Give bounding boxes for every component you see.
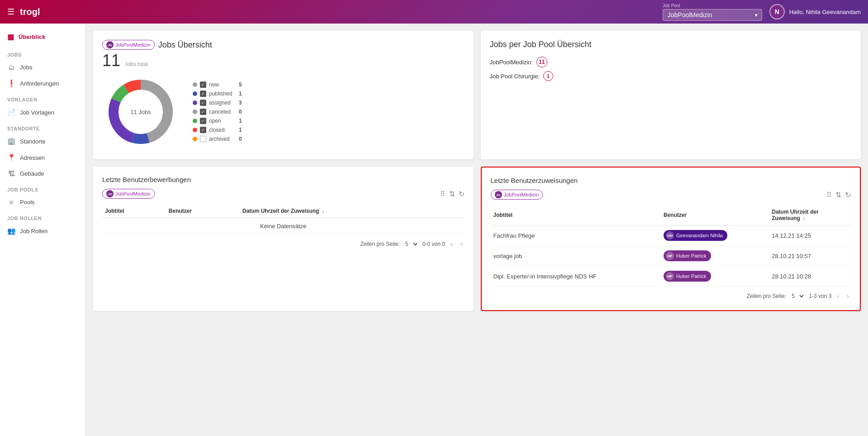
section-label-job-rollen: JOB ROLLEN bbox=[0, 210, 85, 223]
user-chip: GN Geevanandam Nihila bbox=[664, 230, 727, 241]
cell-datum: 28.10.21 10:57 bbox=[769, 246, 851, 266]
prev-page-apps[interactable]: ‹ bbox=[449, 239, 455, 249]
legend-dot-open bbox=[193, 119, 197, 123]
legend-label-assigned: assigned bbox=[209, 100, 236, 106]
user-chip-avatar: HP bbox=[666, 252, 674, 260]
jobs-total-label: Jobs total bbox=[125, 61, 148, 67]
user-chip-avatar: GN bbox=[666, 231, 674, 240]
menu-icon[interactable]: ☰ bbox=[7, 7, 14, 17]
sort-icon-assign: ↓ bbox=[803, 216, 805, 221]
bottom-grid: Letzte Benutzerbewerbungen Jo JobPoolMed… bbox=[93, 167, 861, 311]
sidebar-item-jobs[interactable]: 🗂 Jobs bbox=[0, 59, 85, 75]
legend-label-archived: archived bbox=[209, 136, 236, 142]
pool-tag-applications[interactable]: Jo JobPoolMedizin bbox=[102, 189, 155, 199]
user-chip: HP Huber Patrick bbox=[664, 250, 711, 261]
cell-benutzer: HP Huber Patrick bbox=[661, 266, 769, 287]
legend-count-published: 1 bbox=[239, 91, 242, 97]
jobs-overview-title: Jobs Übersicht bbox=[158, 40, 212, 50]
cell-benutzer: GN Geevanandam Nihila bbox=[661, 225, 769, 246]
sidebar-item-pools[interactable]: ≡ Pools bbox=[0, 194, 85, 210]
legend-dot-canceled bbox=[193, 110, 197, 114]
standorte-icon: 🏢 bbox=[7, 137, 15, 145]
user-assignments-card: Letzte Benutzerzuweisungen Jo JobPoolMed… bbox=[481, 167, 861, 311]
legend-item-new: ✓ new 5 bbox=[193, 81, 242, 88]
legend-item-assigned: ✓ assigned 3 bbox=[193, 100, 242, 106]
legend-checkbox-assigned[interactable]: ✓ bbox=[200, 100, 206, 106]
vorlagen-label: Job Vorlagen bbox=[20, 109, 54, 116]
pool-tag-assignments[interactable]: Jo JobPoolMedizin bbox=[491, 190, 543, 200]
rows-per-page-select-apps[interactable]: 5 10 bbox=[403, 240, 419, 248]
sidebar-item-gebaeude[interactable]: 🏗 Gebäude bbox=[0, 166, 85, 182]
overview-label: Überblick bbox=[19, 34, 45, 40]
refresh-icon-assign[interactable]: ↻ bbox=[845, 191, 851, 199]
assignments-table-head: Jobtitel Benutzer Datum Uhrzeit derZuwei… bbox=[491, 205, 851, 225]
gebaeude-icon: 🏗 bbox=[7, 170, 15, 177]
sidebar-item-anforderungen[interactable]: ❗ Anforderungen bbox=[0, 75, 85, 91]
assignments-pagination: Zeilen pro Seite: 5 10 1-3 von 3 ‹ › bbox=[491, 287, 851, 301]
pool-tag-label-apps: JobPoolMedizin bbox=[115, 191, 151, 196]
jobs-overview-header: Jo JobPoolMedizin Jobs Übersicht bbox=[102, 40, 465, 50]
adressen-label: Adressen bbox=[20, 154, 45, 161]
filter-icon-assign[interactable]: ⇅ bbox=[835, 191, 841, 199]
applications-table: Jobtitel Benutzer Datum Uhrzeit der Zuwe… bbox=[102, 204, 465, 235]
avatar: N bbox=[769, 4, 785, 19]
jobs-per-pool-card: Jobs per Job Pool Übersicht JobPoolMediz… bbox=[481, 31, 861, 159]
legend-checkbox-open[interactable]: ✓ bbox=[200, 118, 206, 124]
col-datum-assign: Datum Uhrzeit derZuweisung ↓ bbox=[769, 205, 851, 225]
user-info: N Hallo, Nihila Geevanandam bbox=[769, 4, 861, 19]
assignments-header-row: Letzte Benutzerzuweisungen bbox=[491, 177, 851, 184]
legend-checkbox-canceled[interactable]: ✓ bbox=[200, 109, 206, 115]
legend-count-assigned: 3 bbox=[239, 100, 242, 106]
table-row: Fachfrau Pflege GN Geevanandam Nihila 14… bbox=[491, 225, 851, 246]
legend-checkbox-archived[interactable] bbox=[200, 136, 206, 142]
col-benutzer-assign: Benutzer bbox=[661, 205, 769, 225]
sidebar-item-adressen[interactable]: 📍 Adressen bbox=[0, 149, 85, 166]
standorte-label: Standorte bbox=[20, 138, 45, 145]
assignments-tools: ⠿ ⇅ ↻ bbox=[826, 191, 851, 199]
pool-tag-avatar-assign: Jo bbox=[495, 191, 502, 198]
legend-checkbox-published[interactable]: ✓ bbox=[200, 91, 206, 97]
job-pool-dropdown[interactable]: JobPoolMedizin Job Pool Chirurgie bbox=[663, 9, 762, 21]
columns-icon-assign[interactable]: ⠿ bbox=[826, 191, 832, 199]
filter-icon[interactable]: ⇅ bbox=[449, 190, 455, 198]
main-layout: ▦ Überblick JOBS 🗂 Jobs ❗ Anforderungen … bbox=[0, 24, 868, 436]
legend-dot-closed bbox=[193, 128, 197, 132]
pool-count-medizin: 11 bbox=[536, 57, 547, 67]
col-benutzer-apps: Benutzer bbox=[166, 204, 240, 218]
columns-icon[interactable]: ⠿ bbox=[440, 190, 446, 198]
sidebar-item-job-vorlagen[interactable]: 📄 Job Vorlagen bbox=[0, 104, 85, 120]
jobs-icon: 🗂 bbox=[7, 63, 15, 71]
rows-per-page-select-assign[interactable]: 5 10 bbox=[790, 292, 805, 300]
app-title: trogl bbox=[20, 7, 663, 17]
next-page-apps[interactable]: › bbox=[458, 239, 464, 249]
pool-tag-jobs[interactable]: Jo JobPoolMedizin bbox=[102, 40, 155, 50]
legend-dot-published bbox=[193, 91, 197, 96]
pool-tag-label: JobPoolMedizin bbox=[115, 42, 151, 48]
rows-per-page-label-apps: Zeilen pro Seite: bbox=[360, 241, 399, 247]
applications-tools: ⠿ ⇅ ↻ bbox=[440, 190, 465, 198]
assignments-title: Letzte Benutzerzuweisungen bbox=[491, 177, 578, 184]
col-jobtitel-assign: Jobtitel bbox=[491, 205, 661, 225]
applications-table-head: Jobtitel Benutzer Datum Uhrzeit der Zuwe… bbox=[102, 204, 465, 218]
user-chip-avatar: HP bbox=[666, 272, 674, 280]
legend-dot-archived bbox=[193, 137, 197, 141]
refresh-icon[interactable]: ↻ bbox=[459, 190, 465, 198]
jobs-total-row: 11 Jobs total bbox=[102, 53, 465, 69]
user-chip-name: Geevanandam Nihila bbox=[676, 233, 723, 238]
prev-page-assign[interactable]: ‹ bbox=[835, 291, 841, 301]
legend-checkbox-new[interactable]: ✓ bbox=[200, 81, 206, 88]
legend-item-open: ✓ open 1 bbox=[193, 118, 242, 124]
table-row-no-data: Keine Datensätze bbox=[102, 218, 465, 235]
legend-checkbox-closed[interactable]: ✓ bbox=[200, 127, 206, 133]
assignments-table: Jobtitel Benutzer Datum Uhrzeit derZuwei… bbox=[491, 205, 851, 287]
legend-dot-new bbox=[193, 82, 197, 87]
legend-label-new: new bbox=[209, 81, 236, 88]
jobs-chart-row: 11 Jobs ✓ new 5 ✓ published bbox=[102, 73, 465, 150]
cell-jobtitel: Dipl. Experte/-in Intensivpflege NDS HF bbox=[491, 266, 661, 287]
col-jobtitel-apps: Jobtitel bbox=[102, 204, 166, 218]
sidebar-item-overview[interactable]: ▦ Überblick bbox=[0, 27, 85, 47]
sidebar-item-job-rollen[interactable]: 👥 Job Rollen bbox=[0, 223, 85, 239]
next-page-assign[interactable]: › bbox=[845, 291, 851, 301]
pool-tag-avatar-apps: Jo bbox=[106, 190, 114, 197]
sidebar-item-standorte[interactable]: 🏢 Standorte bbox=[0, 133, 85, 149]
